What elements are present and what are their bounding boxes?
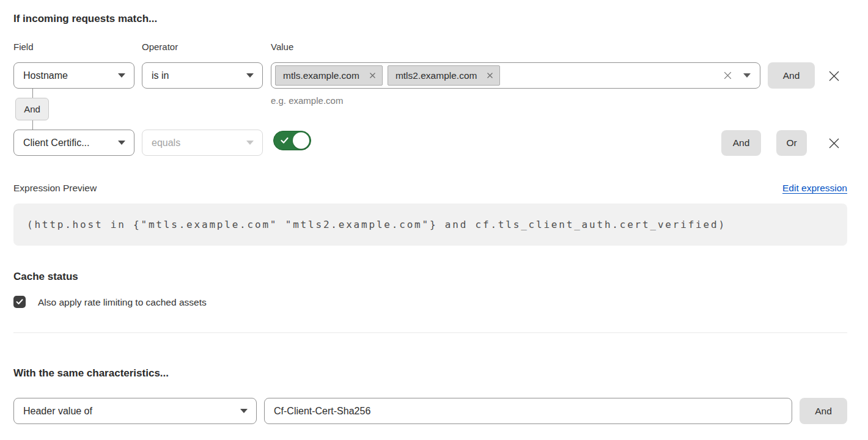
and-button-row2[interactable]: And <box>721 130 761 156</box>
characteristics-section-title: With the same characteristics... <box>13 367 169 380</box>
x-icon <box>369 72 376 79</box>
operator-column-label: Operator <box>142 42 178 52</box>
value-helper-text: e.g. example.com <box>271 95 343 106</box>
characteristic-select[interactable]: Header value of <box>13 398 257 424</box>
boolean-value-toggle[interactable] <box>273 131 311 150</box>
chevron-down-icon <box>246 73 254 78</box>
chevron-down-icon <box>118 73 125 78</box>
expression-code-block: (http.host in {"mtls.example.com" "mtls2… <box>13 204 847 246</box>
chevron-down-icon <box>743 73 751 78</box>
clear-values-button[interactable] <box>723 71 732 80</box>
x-icon <box>828 70 840 82</box>
connector-line <box>32 89 33 98</box>
or-button-row2[interactable]: Or <box>776 130 807 156</box>
expression-code: (http.host in {"mtls.example.com" "mtls2… <box>27 219 726 230</box>
connector-line <box>32 120 33 130</box>
characteristic-select-value: Header value of <box>23 406 92 417</box>
section-divider <box>13 332 847 333</box>
field-select-row2-value: Client Certific... <box>23 138 89 148</box>
expression-preview-label: Expression Preview <box>13 183 97 194</box>
chevron-down-icon <box>118 141 125 145</box>
chevron-down-icon <box>240 409 248 413</box>
operator-select-row1[interactable]: is in <box>142 62 263 89</box>
value-tag-text: mtls2.example.com <box>395 70 477 81</box>
value-multiselect[interactable]: mtls.example.com mtls2.example.com <box>271 62 760 89</box>
value-tag-text: mtls.example.com <box>283 70 359 81</box>
header-name-input[interactable] <box>264 398 792 424</box>
value-tag: mtls.example.com <box>275 65 383 86</box>
edit-expression-link[interactable]: Edit expression <box>782 183 847 194</box>
chevron-down-icon <box>246 141 254 145</box>
tag-remove-button[interactable] <box>369 72 376 79</box>
cached-assets-checkbox[interactable] <box>13 296 26 308</box>
check-icon <box>16 299 23 305</box>
field-column-label: Field <box>13 42 34 52</box>
x-icon <box>723 71 732 80</box>
tag-remove-button[interactable] <box>487 72 493 79</box>
connector-and-button[interactable]: And <box>15 98 49 120</box>
checkbox-label: Also apply rate limiting to cached asset… <box>38 297 207 308</box>
check-icon <box>281 138 289 144</box>
delete-condition-row2-button[interactable] <box>828 137 840 150</box>
operator-select-row2-value: equals <box>152 138 180 148</box>
operator-select-row1-value: is in <box>152 70 169 81</box>
match-section-title: If incoming requests match... <box>13 13 157 25</box>
x-icon <box>828 137 840 150</box>
value-tag: mtls2.example.com <box>388 65 501 86</box>
operator-select-row2: equals <box>142 130 263 156</box>
and-button-row1[interactable]: And <box>768 62 815 89</box>
value-column-label: Value <box>271 42 293 52</box>
delete-condition-row1-button[interactable] <box>828 70 840 82</box>
x-icon <box>487 72 493 79</box>
add-characteristic-and-button[interactable]: And <box>800 398 847 424</box>
cache-section-title: Cache status <box>13 271 78 283</box>
field-select-row1-value: Hostname <box>23 70 68 81</box>
field-select-row1[interactable]: Hostname <box>13 62 134 89</box>
toggle-knob <box>293 133 309 149</box>
field-select-row2[interactable]: Client Certific... <box>13 130 134 156</box>
